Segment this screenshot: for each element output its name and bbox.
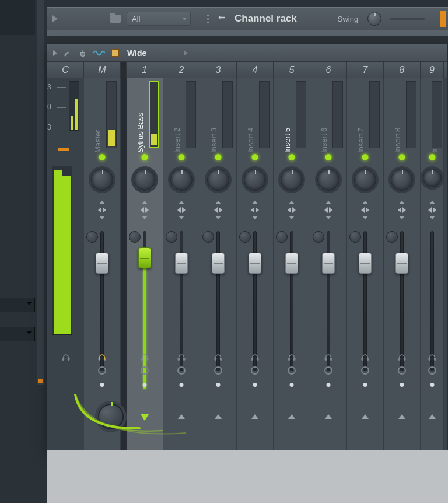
headphones-icon[interactable]	[287, 351, 296, 363]
fader-cap[interactable]	[138, 247, 151, 268]
link-icon[interactable]	[214, 366, 222, 375]
stereo-sep-control[interactable]	[396, 201, 408, 219]
mixer-view-label[interactable]: Wide	[127, 48, 146, 58]
mute-toggle[interactable]	[178, 154, 185, 160]
target-dot[interactable]	[363, 383, 368, 387]
route-arrow[interactable]	[141, 414, 149, 420]
fader-cap[interactable]	[249, 253, 261, 274]
stereo-sep-control[interactable]	[323, 201, 334, 219]
pan-knob[interactable]	[170, 169, 192, 191]
headphones-icon[interactable]	[61, 351, 71, 363]
stereo-sep-control[interactable]	[96, 201, 108, 219]
fader-track[interactable]	[253, 231, 257, 371]
collapse-panel-2[interactable]	[0, 327, 35, 341]
headphones-icon[interactable]	[177, 351, 186, 363]
route-arrow[interactable]	[428, 414, 436, 420]
link-icon[interactable]	[428, 366, 436, 375]
fx-slot-knob[interactable]	[386, 231, 398, 243]
fx-slot-knob[interactable]	[129, 231, 141, 243]
collapse-panel-1[interactable]	[0, 298, 35, 312]
mixer-menu-icon[interactable]	[53, 50, 57, 56]
mute-toggle[interactable]	[142, 154, 148, 160]
mixer-strip-1[interactable]: Sytrus Bass	[127, 78, 163, 450]
fader-cap[interactable]	[96, 253, 108, 274]
fader-track[interactable]	[290, 231, 293, 371]
route-arrow[interactable]	[288, 414, 296, 420]
mute-toggle[interactable]	[252, 154, 258, 160]
mute-toggle[interactable]	[429, 154, 435, 160]
fader-track[interactable]	[327, 231, 330, 371]
route-arrow[interactable]	[361, 414, 369, 420]
view-next-icon[interactable]	[184, 50, 188, 56]
mixer-strip-4[interactable]: Insert 4	[237, 78, 274, 450]
headphones-icon[interactable]	[97, 351, 107, 363]
fader-cap[interactable]	[285, 253, 298, 274]
plugin-icon[interactable]	[78, 48, 88, 58]
pan-knob[interactable]	[423, 169, 442, 187]
mixer-strip-master[interactable]: Master	[84, 78, 121, 450]
stereo-sep-control[interactable]	[139, 201, 150, 219]
fx-slot-knob[interactable]	[349, 231, 361, 243]
stereo-sep-control[interactable]	[426, 201, 438, 219]
target-dot[interactable]	[216, 383, 220, 387]
headphones-icon[interactable]	[140, 351, 149, 363]
pan-knob[interactable]	[207, 169, 229, 191]
header-master[interactable]: M	[84, 62, 121, 78]
headphones-icon[interactable]	[428, 351, 437, 363]
folder-icon[interactable]	[110, 15, 121, 23]
mixer-strip-9[interactable]: Insert 9	[421, 78, 444, 450]
mute-toggle[interactable]	[326, 154, 332, 160]
fx-slot-knob[interactable]	[313, 231, 324, 243]
header-track-9[interactable]: 9	[421, 62, 444, 78]
fader-cap[interactable]	[322, 253, 335, 274]
swing-knob[interactable]	[368, 12, 382, 26]
link-icon[interactable]	[324, 366, 332, 375]
headphones-icon[interactable]	[397, 351, 407, 363]
stereo-sep-control[interactable]	[176, 201, 187, 219]
pattern-indicator[interactable]	[440, 11, 446, 27]
pan-knob[interactable]	[134, 169, 156, 191]
link-icon[interactable]	[398, 366, 406, 375]
stereo-sep-control[interactable]	[212, 201, 224, 219]
headphones-icon[interactable]	[250, 351, 260, 363]
mute-toggle[interactable]	[215, 154, 222, 160]
fx-slot-knob[interactable]	[202, 231, 214, 243]
link-icon[interactable]	[361, 366, 369, 375]
link-icon[interactable]	[98, 366, 106, 375]
link-icon[interactable]	[177, 366, 186, 375]
fader-track[interactable]	[363, 231, 367, 371]
mute-toggle[interactable]	[289, 154, 295, 160]
mixer-strip-6[interactable]: Insert 6	[310, 78, 347, 450]
mixer-strip-5[interactable]: Insert 5	[274, 78, 310, 450]
link-icon[interactable]	[288, 366, 296, 375]
menu-dots-icon[interactable]	[207, 15, 209, 23]
fx-slot-knob[interactable]	[166, 231, 177, 243]
render-icon[interactable]	[111, 49, 119, 57]
link-icon[interactable]	[141, 366, 149, 375]
fader-track[interactable]	[100, 231, 104, 371]
header-track-4[interactable]: 4	[237, 62, 274, 78]
brush-icon[interactable]	[63, 48, 72, 58]
headphones-icon[interactable]	[324, 351, 333, 363]
target-dot[interactable]	[430, 383, 434, 387]
fader-cap[interactable]	[175, 253, 188, 274]
stereo-sep-control[interactable]	[249, 201, 261, 219]
pan-knob[interactable]	[244, 169, 266, 191]
route-arrow[interactable]	[324, 414, 332, 420]
target-dot[interactable]	[253, 383, 257, 387]
target-dot[interactable]	[327, 383, 331, 387]
stereo-sep-control[interactable]	[359, 201, 371, 219]
mixer-strip-2[interactable]: Insert 2	[163, 78, 200, 450]
header-current[interactable]: C	[47, 62, 84, 78]
route-arrow[interactable]	[251, 414, 259, 420]
fader-track[interactable]	[180, 231, 183, 371]
mixer-strip-3[interactable]: Insert 3	[200, 78, 237, 450]
route-arrow[interactable]	[398, 414, 406, 420]
stereo-sep-control[interactable]	[286, 201, 298, 219]
swing-slider[interactable]	[390, 18, 425, 20]
route-arrow[interactable]	[214, 414, 222, 420]
route-arrow[interactable]	[177, 414, 186, 420]
fx-slot-knob[interactable]	[239, 231, 251, 243]
pan-knob[interactable]	[317, 169, 340, 191]
link-icon[interactable]	[251, 366, 259, 375]
